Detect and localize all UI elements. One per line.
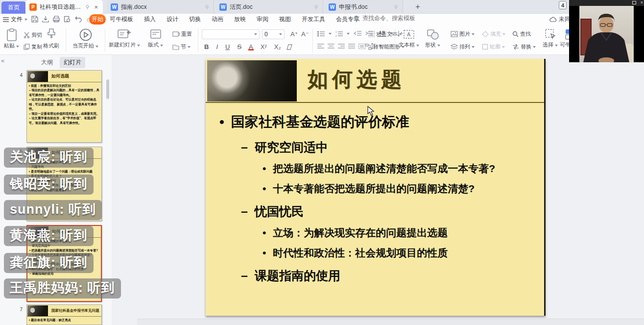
slide-thumbnail-7[interactable]: 国家社科基金申报书常见问题 • 题目命名常见问题：缺乏亮点: [26, 304, 102, 325]
wps-presentation-icon: P: [29, 3, 37, 11]
fill-button[interactable]: 填充: [482, 30, 505, 38]
ribbon-tab-review[interactable]: 审阅: [257, 15, 268, 24]
shapes-button[interactable]: 形状: [425, 28, 440, 49]
select-button[interactable]: 选择: [543, 28, 558, 49]
paste-button[interactable]: 粘贴: [4, 28, 19, 50]
slide-title: 如何选题: [308, 66, 405, 93]
font-size-select[interactable]: 0: [262, 29, 285, 39]
copy-button[interactable]: 复制: [24, 43, 42, 50]
new-slide-button[interactable]: 新建幻灯片: [109, 28, 140, 49]
italic-button[interactable]: I: [215, 43, 219, 50]
find-button[interactable]: 查找: [512, 30, 531, 38]
slide-thumbnail-4[interactable]: 如何选题 • 前提：弄懂项目和论文的区别 – 项目的目的是解决问题的，具有一定的…: [26, 70, 102, 143]
ribbon-tab-keniu[interactable]: 可牛模板: [110, 15, 133, 24]
layout-button[interactable]: 版式: [148, 28, 163, 49]
slide-body[interactable]: •国家社科基金选题的评价标准 –研究空间适中 •把选题所提出的问题阐述清楚能否写…: [219, 108, 537, 284]
clear-format-icon[interactable]: [286, 44, 293, 50]
close-icon[interactable]: ×: [93, 3, 99, 11]
save-icon[interactable]: [31, 16, 38, 23]
close-icon[interactable]: ×: [641, 0, 643, 5]
shrink-font-button[interactable]: A⁻: [300, 30, 310, 38]
search-input[interactable]: [362, 15, 441, 22]
chevron-down-icon[interactable]: [347, 33, 350, 35]
print-icon[interactable]: [53, 16, 60, 23]
chevron-down-icon[interactable]: [329, 33, 332, 35]
ribbon-tab-design[interactable]: 设计: [167, 15, 178, 24]
output-icon[interactable]: [42, 16, 49, 23]
ribbon-tab-slideshow[interactable]: 放映: [234, 15, 246, 24]
new-tab-button[interactable]: +: [413, 2, 423, 12]
font-family-select[interactable]: [202, 29, 260, 39]
wheat-photo-thumb: [27, 305, 48, 316]
align-right-icon[interactable]: [338, 44, 345, 49]
ribbon-tab-insert[interactable]: 插入: [144, 15, 156, 24]
outline-button[interactable]: 轮廓: [482, 43, 505, 50]
chevron-down-icon: [502, 33, 505, 35]
pin-icon[interactable]: [313, 4, 319, 10]
format-painter-button[interactable]: 格式刷: [43, 28, 59, 50]
tab-doc-shenbaoshu[interactable]: W 申报书.doc: [325, 0, 403, 14]
tab-doc-huoye[interactable]: W 活页.doc: [215, 0, 323, 14]
tab-slides[interactable]: 幻灯片: [60, 57, 85, 68]
align-text-button[interactable]: 对齐文本: [368, 30, 402, 38]
pin-icon[interactable]: [393, 4, 399, 10]
home-tab[interactable]: 首页: [1, 1, 26, 14]
align-center-icon[interactable]: [328, 44, 334, 49]
chevron-down-icon: [24, 19, 27, 21]
textbox-button[interactable]: A 文本框: [399, 28, 419, 49]
chat-message: 龚征旗: 听到: [4, 253, 94, 273]
sync-status[interactable]: 未同: [549, 15, 571, 24]
webcam-titlebar[interactable]: ×: [569, 0, 644, 6]
superscript-button[interactable]: X²: [259, 43, 268, 50]
canvas-bottom-strip: [137, 319, 644, 325]
bold-button[interactable]: B: [203, 43, 210, 50]
decrease-indent-icon[interactable]: [354, 31, 361, 37]
file-menu[interactable]: 文件: [3, 15, 27, 24]
numbered-list-icon[interactable]: 12: [335, 31, 343, 37]
section-button[interactable]: 节: [172, 43, 191, 50]
justify-icon[interactable]: [348, 44, 355, 49]
print-preview-icon[interactable]: [64, 16, 71, 23]
chevron-down-icon: [254, 33, 257, 35]
command-search[interactable]: [354, 15, 441, 22]
tab-doc-zhinan[interactable]: W 指南.docx: [107, 0, 214, 14]
section-icon: [172, 44, 179, 50]
font-color-button[interactable]: A: [247, 43, 255, 50]
ribbon-tab-start[interactable]: 开始: [89, 14, 106, 25]
strikethrough-button[interactable]: S: [236, 43, 243, 50]
bullet-level1: •国家社科基金选题的评价标准: [219, 113, 537, 131]
sidebar-scrollbar[interactable]: [106, 79, 109, 99]
copy-icon: [24, 44, 30, 50]
underline-button[interactable]: U: [224, 43, 231, 50]
play-icon: [79, 28, 92, 41]
slide-number: 7: [14, 307, 23, 312]
distribute-icon[interactable]: [358, 44, 365, 49]
current-slide[interactable]: 如何选题 •国家社科基金选题的评价标准 –研究空间适中 •把选题所提出的问题阐述…: [206, 59, 546, 316]
pin-icon[interactable]: [85, 4, 90, 10]
restore-window-icon[interactable]: [632, 1, 636, 4]
tab-label: 申报书.doc: [339, 3, 368, 11]
pin-icon[interactable]: [204, 4, 210, 10]
tab-count-badge[interactable]: 4: [559, 1, 567, 9]
play-from-current-button[interactable]: 当页开始: [72, 28, 98, 50]
replace-button[interactable]: 替换: [512, 43, 536, 50]
undo-icon[interactable]: [74, 16, 82, 23]
subscript-button[interactable]: X₂: [273, 43, 283, 50]
hamburger-icon: [3, 17, 9, 22]
ribbon-tab-devtools[interactable]: 开发工具: [302, 15, 325, 24]
grow-font-button[interactable]: A⁺: [289, 30, 300, 38]
ribbon-tab-view[interactable]: 视图: [279, 15, 291, 24]
bullet-level2: –研究空间适中: [241, 139, 537, 155]
ribbon-tab-animation[interactable]: 动画: [212, 15, 223, 24]
chevron-down-icon: [279, 33, 282, 35]
align-left-icon[interactable]: [317, 44, 324, 49]
bullet-list-icon[interactable]: [317, 31, 325, 37]
tab-presentation[interactable]: P 社科项目选题与...济学院2022 ×: [25, 0, 103, 14]
webcam-window[interactable]: ×: [569, 0, 644, 62]
picture-button[interactable]: 图片: [451, 30, 475, 38]
ribbon-tab-transition[interactable]: 切换: [189, 15, 201, 24]
reset-button[interactable]: 重置: [172, 30, 192, 38]
arrange-button[interactable]: 排列: [451, 43, 475, 50]
tab-outline[interactable]: 大纲: [37, 57, 57, 68]
cut-button[interactable]: 剪切: [24, 31, 42, 39]
